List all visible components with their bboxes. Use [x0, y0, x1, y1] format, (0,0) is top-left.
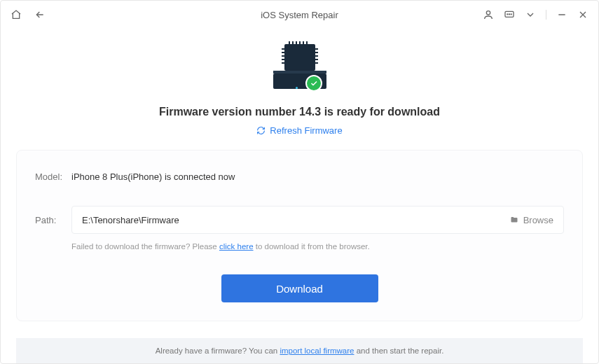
titlebar: iOS System Repair	[1, 1, 598, 29]
back-icon[interactable]	[34, 9, 46, 20]
browse-label: Browse	[523, 215, 553, 225]
svg-point-0	[486, 11, 490, 15]
feedback-icon[interactable]	[504, 9, 515, 20]
refresh-label: Refresh Firmware	[270, 125, 342, 136]
path-label: Path:	[35, 215, 71, 225]
titlebar-right	[483, 9, 588, 20]
download-button[interactable]: Download	[221, 274, 378, 302]
page-heading: Firmware version number 14.3 is ready fo…	[159, 106, 440, 118]
svg-point-2	[507, 14, 508, 15]
path-input[interactable]	[82, 215, 509, 225]
svg-point-3	[509, 14, 509, 15]
titlebar-left	[11, 9, 46, 20]
firmware-chip-icon	[268, 44, 332, 93]
separator	[546, 10, 546, 20]
footer: Already have a firmware? You can import …	[16, 338, 583, 363]
folder-icon	[509, 216, 519, 224]
close-icon[interactable]	[577, 9, 588, 20]
home-icon[interactable]	[11, 9, 22, 20]
user-icon[interactable]	[483, 9, 494, 20]
path-row: Path: Browse	[35, 206, 564, 234]
svg-point-4	[511, 14, 511, 15]
minimize-icon[interactable]	[556, 9, 567, 20]
click-here-link[interactable]: click here	[219, 242, 254, 251]
model-row: Model: iPhone 8 Plus(iPhone) is connecte…	[35, 172, 564, 182]
check-badge-icon	[305, 75, 322, 92]
download-hint: Failed to download the firmware? Please …	[71, 242, 564, 251]
model-label: Model:	[35, 172, 71, 182]
model-value: iPhone 8 Plus(iPhone) is connected now	[71, 172, 235, 182]
app-window: iOS System Repair	[0, 0, 599, 364]
import-firmware-link[interactable]: import local firmware	[280, 346, 354, 355]
refresh-icon	[256, 126, 266, 135]
path-box: Browse	[71, 206, 564, 234]
firmware-card: Model: iPhone 8 Plus(iPhone) is connecte…	[16, 150, 583, 321]
browse-button[interactable]: Browse	[509, 215, 553, 225]
chevron-down-icon[interactable]	[525, 9, 536, 20]
content: Firmware version number 14.3 is ready fo…	[1, 29, 598, 363]
refresh-firmware-button[interactable]: Refresh Firmware	[256, 125, 342, 136]
